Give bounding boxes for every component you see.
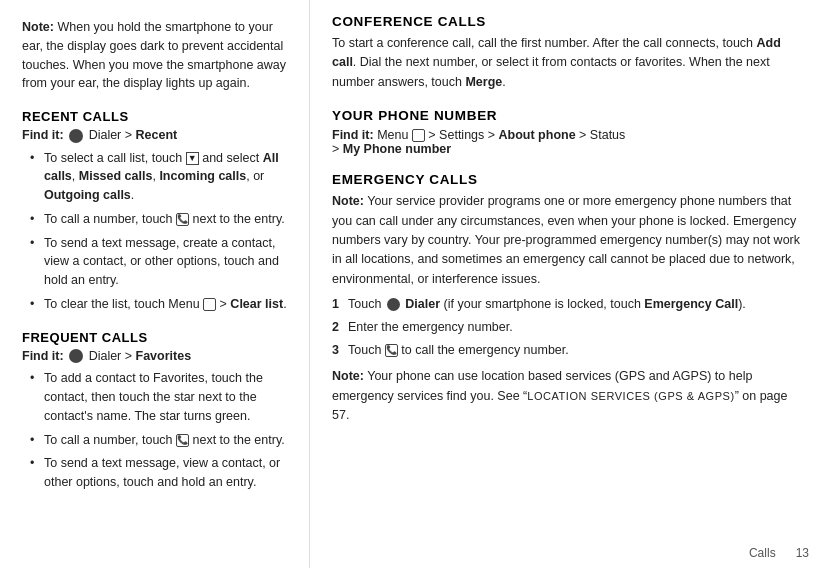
location-services-smallcaps: LOCATION SERVICES (GPS & AGPS) (527, 390, 734, 402)
find-it-label2: Find it: (22, 349, 64, 363)
emergency-note2-text: Your phone can use location based servic… (332, 369, 787, 422)
page-label: Calls (749, 546, 776, 560)
recent-calls-heading: RECENT CALLS (22, 109, 291, 124)
add-call-bold: Add call (332, 36, 781, 69)
dialer-icon2 (69, 349, 83, 363)
emergency-note2-label: Note: (332, 369, 364, 383)
list-item: 3 Touch 📞 to call the emergency number. (332, 341, 803, 360)
about-phone-link: About phone (499, 128, 576, 142)
left-column: Note: When you hold the smartphone to yo… (0, 0, 310, 568)
frequent-find-it: Find it: Dialer > Favorites (22, 349, 291, 364)
list-item: 2 Enter the emergency number. (332, 318, 803, 337)
recent-find-path: Dialer > Recent (89, 128, 178, 142)
emergency-calls-heading: EMERGENCY CALLS (332, 172, 803, 187)
step-number: 1 (332, 295, 339, 314)
merge-bold: Merge (465, 75, 502, 89)
frequent-find-path: Dialer > Favorites (89, 349, 192, 363)
your-phone-number-heading: YOUR PHONE NUMBER (332, 108, 803, 123)
note-label: Note: (22, 20, 54, 34)
frequent-bullets-list: To add a contact to Favorites, touch the… (30, 369, 291, 492)
note-block: Note: When you hold the smartphone to yo… (22, 18, 291, 93)
recent-bullets-list: To select a call list, touch ▼ and selec… (30, 149, 291, 314)
your-phone-find-it: Find it: Menu > Settings > About phone >… (332, 128, 803, 156)
recent-find-it: Find it: Dialer > Recent (22, 128, 291, 143)
emergency-note: Note: Your service provider programs one… (332, 192, 803, 289)
list-item: To select a call list, touch ▼ and selec… (30, 149, 291, 205)
frequent-calls-heading: FREQUENT CALLS (22, 330, 291, 345)
my-phone-number-link: My Phone number (343, 142, 451, 156)
step-number: 2 (332, 318, 339, 337)
emergency-note2: Note: Your phone can use location based … (332, 367, 803, 425)
conference-calls-heading: CONFERENCE CALLS (332, 14, 803, 29)
list-item: To call a number, touch 📞 next to the en… (30, 431, 291, 450)
list-item: To clear the list, touch Menu > Clear li… (30, 295, 291, 314)
conference-body: To start a conference call, call the fir… (332, 34, 803, 92)
find-it-label3: Find it: (332, 128, 374, 142)
list-item: To send a text message, view a contact, … (30, 454, 291, 492)
list-item: To call a number, touch 📞 next to the en… (30, 210, 291, 229)
find-it-label: Find it: (22, 128, 64, 142)
dialer-icon (69, 129, 83, 143)
emergency-note-label: Note: (332, 194, 364, 208)
list-item: 1 Touch Dialer (if your smartphone is lo… (332, 295, 803, 314)
note-text: When you hold the smartphone to your ear… (22, 20, 286, 90)
step-number: 3 (332, 341, 339, 360)
right-column: CONFERENCE CALLS To start a conference c… (310, 0, 827, 568)
page-number: 13 (796, 546, 809, 560)
page-footer: Calls 13 (749, 546, 809, 560)
emergency-steps-list: 1 Touch Dialer (if your smartphone is lo… (332, 295, 803, 359)
list-item: To send a text message, create a contact… (30, 234, 291, 290)
emergency-note-text: Your service provider programs one or mo… (332, 194, 800, 286)
list-item: To add a contact to Favorites, touch the… (30, 369, 291, 425)
